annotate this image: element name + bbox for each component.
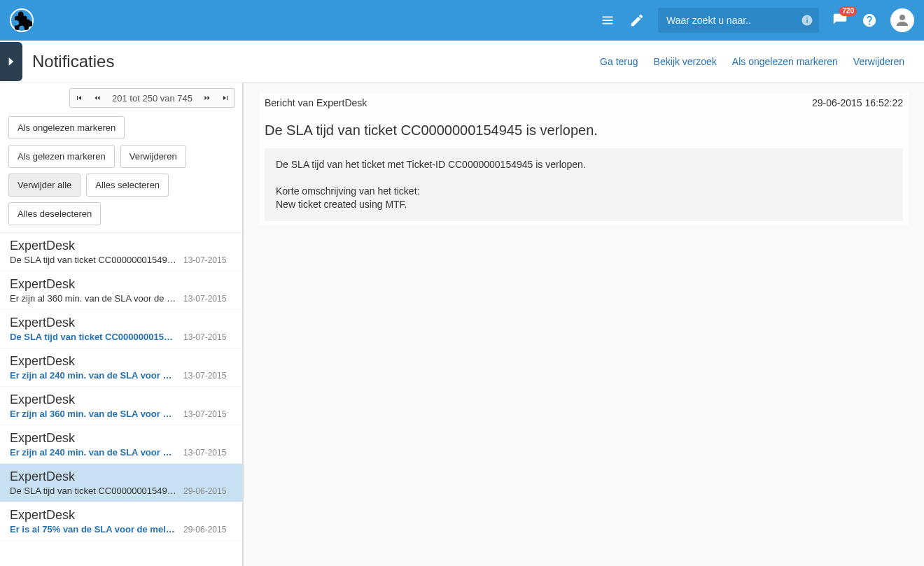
- mark-unread-button[interactable]: Als ongelezen markeren: [8, 116, 125, 139]
- notification-sender: ExpertDesk: [10, 354, 234, 369]
- notification-date: 13-07-2015: [183, 332, 226, 342]
- mark-unread-link[interactable]: Als ongelezen markeren: [732, 56, 838, 67]
- body: 201 tot 250 van 745 Als ongelezen marker…: [0, 83, 924, 566]
- notification-date: 13-07-2015: [183, 409, 226, 419]
- notification-item[interactable]: ExpertDeskEr zijn al 360 min. van de SLA…: [0, 387, 242, 425]
- notification-sender: ExpertDesk: [10, 316, 234, 330]
- notification-sender: ExpertDesk: [10, 508, 234, 523]
- notification-preview: De SLA tijd van ticket CC00000001549…: [10, 486, 178, 496]
- pager-range-text: 201 tot 250 van 745: [106, 93, 198, 104]
- notification-date: 13-07-2015: [183, 371, 226, 381]
- notification-preview: Er zijn al 360 min. van de SLA voor de …: [10, 293, 178, 304]
- compose-icon[interactable]: [629, 12, 645, 29]
- delete-link[interactable]: Verwijderen: [853, 56, 904, 67]
- notification-preview: Er zijn al 240 min. van de SLA voor …: [10, 370, 178, 381]
- detail-datetime: 29-06-2015 16:52:22: [812, 97, 903, 108]
- notification-sender: ExpertDesk: [10, 431, 234, 446]
- sub-header: Notificaties Ga terug Bekijk verzoek Als…: [0, 41, 924, 83]
- go-back-link[interactable]: Ga terug: [600, 56, 638, 67]
- notification-sender: ExpertDesk: [10, 277, 234, 292]
- notification-item[interactable]: ExpertDeskEr zijn al 360 min. van de SLA…: [0, 271, 242, 310]
- select-all-button[interactable]: Alles selecteren: [86, 174, 169, 197]
- pager-next-icon[interactable]: [198, 94, 216, 102]
- notification-item[interactable]: ExpertDeskEr is al 75% van de SLA voor d…: [0, 502, 242, 541]
- search-input[interactable]: [664, 14, 801, 27]
- notification-preview: Er is al 75% van de SLA voor de mel…: [10, 524, 178, 535]
- detail-panel: Bericht van ExpertDesk 29-06-2015 16:52:…: [244, 83, 924, 566]
- help-icon[interactable]: [861, 12, 878, 29]
- notification-item[interactable]: ExpertDeskDe SLA tijd van ticket CC00000…: [0, 464, 242, 502]
- notification-sender: ExpertDesk: [10, 469, 234, 484]
- deselect-all-button[interactable]: Alles deselecteren: [8, 202, 101, 225]
- expand-sidebar-button[interactable]: [0, 42, 22, 81]
- notifications-badge: 720: [839, 6, 857, 16]
- view-request-link[interactable]: Bekijk verzoek: [654, 56, 717, 67]
- notification-date: 13-07-2015: [183, 255, 226, 265]
- mark-read-button[interactable]: Als gelezen markeren: [8, 145, 115, 168]
- notification-date: 13-07-2015: [183, 294, 226, 304]
- pager-last-icon[interactable]: [216, 94, 234, 102]
- search-box[interactable]: [658, 8, 819, 33]
- app-logo[interactable]: [10, 8, 34, 32]
- notification-item[interactable]: ExpertDeskDe SLA tijd van ticket CC00000…: [0, 310, 242, 348]
- notification-date: 29-06-2015: [183, 486, 226, 496]
- notification-preview: Er zijn al 240 min. van de SLA voor …: [10, 447, 178, 458]
- pager-prev-icon[interactable]: [88, 94, 106, 102]
- notification-sender: ExpertDesk: [10, 239, 234, 253]
- avatar[interactable]: [890, 8, 914, 32]
- top-bar: 720: [0, 0, 924, 41]
- notification-preview: Er zijn al 360 min. van de SLA voor …: [10, 409, 178, 419]
- notification-item[interactable]: ExpertDeskEr zijn al 240 min. van de SLA…: [0, 348, 242, 387]
- notification-preview: De SLA tijd van ticket CC00000001549…: [10, 255, 178, 265]
- notification-date: 29-06-2015: [183, 525, 226, 535]
- info-icon: [801, 14, 813, 27]
- delete-button[interactable]: Verwijderen: [120, 145, 186, 168]
- delete-all-button[interactable]: Verwijder alle: [8, 174, 80, 197]
- list-icon[interactable]: [599, 12, 616, 29]
- notification-sender: ExpertDesk: [10, 392, 234, 407]
- detail-body: De SLA tijd van het ticket met Ticket-ID…: [265, 148, 903, 221]
- left-panel: 201 tot 250 van 745 Als ongelezen marker…: [0, 83, 244, 566]
- notification-date: 13-07-2015: [183, 448, 226, 458]
- bulk-action-buttons: Als ongelezen markeren Als gelezen marke…: [0, 112, 242, 232]
- detail-from-label: Bericht van ExpertDesk: [265, 97, 367, 108]
- notification-item[interactable]: ExpertDeskDe SLA tijd van ticket CC00000…: [0, 233, 242, 271]
- notification-list[interactable]: ExpertDeskDe SLA tijd van ticket CC00000…: [0, 232, 242, 566]
- notification-preview: De SLA tijd van ticket CC0000000154…: [10, 332, 178, 342]
- detail-subject: De SLA tijd van ticket CC0000000154945 i…: [265, 122, 903, 139]
- notification-item[interactable]: ExpertDeskEr zijn al 240 min. van de SLA…: [0, 425, 242, 464]
- pager: 201 tot 250 van 745: [0, 83, 242, 112]
- pager-first-icon[interactable]: [70, 94, 88, 102]
- page-title: Notificaties: [32, 52, 600, 71]
- notifications-icon[interactable]: 720: [832, 12, 848, 29]
